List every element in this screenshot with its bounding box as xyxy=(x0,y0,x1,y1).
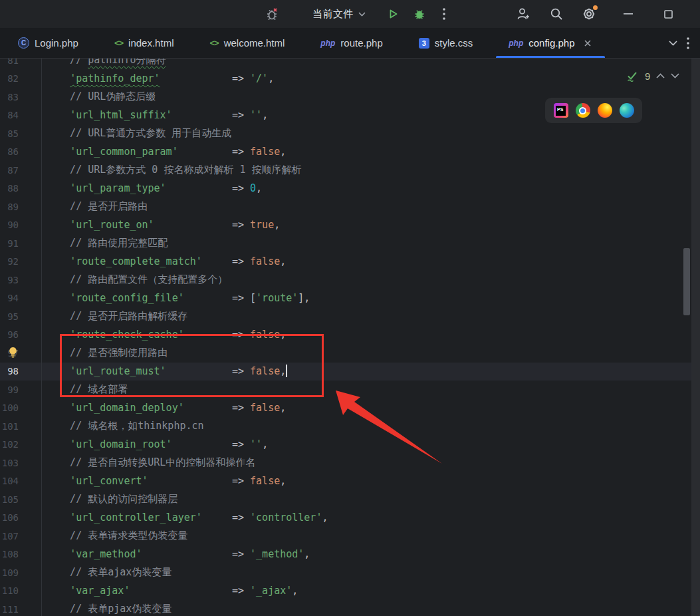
line-number[interactable]: 108 xyxy=(0,549,41,559)
line-number[interactable]: 88 xyxy=(0,183,41,194)
code-line-88[interactable]: 88 'url_param_type' => 0, xyxy=(0,180,691,198)
code-line-87[interactable]: 87 // URL参数方式 0 按名称成对解析 1 按顺序解析 xyxy=(0,161,691,180)
code-text: // 是否开启路由 xyxy=(41,198,148,216)
debug-button[interactable] xyxy=(409,0,430,28)
line-number[interactable]: 96 xyxy=(0,329,41,340)
line-number[interactable]: 83 xyxy=(0,92,41,102)
tab-label: index.html xyxy=(128,37,174,49)
next-problem-chevron-down-icon[interactable] xyxy=(671,73,679,78)
line-number[interactable]: 97 xyxy=(0,348,41,359)
line-number[interactable]: 102 xyxy=(0,439,41,450)
line-number[interactable]: 95 xyxy=(0,311,41,322)
maximize-button[interactable] xyxy=(657,0,679,28)
code-line-89[interactable]: 89 // 是否开启路由 xyxy=(0,198,691,216)
tab-route-php[interactable]: phproute.php xyxy=(302,28,400,58)
code-line-92[interactable]: 92 'route_complete_match' => false, xyxy=(0,253,691,271)
inspections-count[interactable]: 9 xyxy=(645,71,650,82)
line-number[interactable]: 94 xyxy=(0,293,41,303)
line-number[interactable]: 106 xyxy=(0,512,41,523)
more-actions-icon[interactable] xyxy=(435,0,453,28)
line-number[interactable]: 89 xyxy=(0,202,41,212)
settings-button[interactable] xyxy=(577,0,601,28)
line-number[interactable]: 86 xyxy=(0,146,41,157)
line-number[interactable]: 109 xyxy=(0,567,41,578)
tabs-dropdown-button[interactable] xyxy=(669,41,677,46)
line-number[interactable]: 99 xyxy=(0,385,41,395)
line-number[interactable]: 103 xyxy=(0,458,41,468)
code-text: 'url_controller_layer' => 'controller', xyxy=(41,509,328,528)
line-number[interactable]: 107 xyxy=(0,531,41,541)
code-text: // 表单ajax伪装变量 xyxy=(41,563,172,582)
tab-label: welcome.html xyxy=(224,37,285,49)
code-line-107[interactable]: 107 // 表单请求类型伪装变量 xyxy=(0,527,691,545)
title-bar: 当前文件 xyxy=(0,0,700,28)
inspections-widget: 9 xyxy=(626,67,679,84)
search-button[interactable] xyxy=(545,0,568,28)
line-number[interactable]: 90 xyxy=(0,220,41,230)
code-text: // 域名根，如thinkphp.cn xyxy=(41,417,204,436)
code-line-81[interactable]: 81 // pathinfo分隔符 xyxy=(0,59,691,70)
chevron-down-icon xyxy=(358,12,366,17)
code-line-91[interactable]: 91 // 路由使用完整匹配 xyxy=(0,234,691,253)
tab-login-php[interactable]: CLogin.php xyxy=(0,28,96,58)
run-button[interactable] xyxy=(383,0,403,28)
phpstorm-icon[interactable]: PS xyxy=(554,103,568,118)
code-line-100[interactable]: 100 'url_domain_deploy' => false, xyxy=(0,399,691,418)
line-number[interactable]: 105 xyxy=(0,494,41,505)
phpstorm-window: 当前文件 xyxy=(0,0,700,616)
code-text: // 表单pjax伪装变量 xyxy=(41,600,172,616)
code-line-101[interactable]: 101 // 域名根，如thinkphp.cn xyxy=(0,417,691,436)
prev-problem-chevron-up-icon[interactable] xyxy=(656,73,665,78)
code-line-94[interactable]: 94 'route_config_file' => ['route'], xyxy=(0,289,691,308)
code-line-110[interactable]: 110 'var_ajax' => '_ajax', xyxy=(0,582,691,601)
code-text: // 是否自动转换URL中的控制器和操作名 xyxy=(41,454,255,472)
code-line-85[interactable]: 85 // URL普通方式参数 用于自动生成 xyxy=(0,124,691,143)
inspections-ok-icon[interactable] xyxy=(626,69,639,82)
line-number[interactable]: 85 xyxy=(0,128,41,139)
code-line-103[interactable]: 103 // 是否自动转换URL中的控制器和操作名 xyxy=(0,454,691,472)
add-user-button[interactable] xyxy=(512,0,534,28)
code-line-93[interactable]: 93 // 路由配置文件（支持配置多个） xyxy=(0,271,691,289)
line-number[interactable]: 104 xyxy=(0,476,41,486)
code-line-111[interactable]: 111 // 表单pjax伪装变量 xyxy=(0,600,691,616)
code-line-86[interactable]: 86 'url_common_param' => false, xyxy=(0,143,691,162)
line-number[interactable]: 98 xyxy=(0,366,41,377)
minimize-button[interactable] xyxy=(617,0,640,28)
line-number[interactable]: 84 xyxy=(0,110,41,120)
intention-bulb-icon[interactable] xyxy=(7,347,19,359)
line-number[interactable]: 111 xyxy=(0,604,41,615)
line-number[interactable]: 100 xyxy=(0,402,41,413)
tabs-more-button[interactable] xyxy=(687,37,689,49)
code-line-106[interactable]: 106 'url_controller_layer' => 'controlle… xyxy=(0,509,691,528)
tab-label: Login.php xyxy=(35,37,78,49)
code-line-90[interactable]: 90 'url_route_on' => true, xyxy=(0,216,691,235)
line-number[interactable]: 87 xyxy=(0,165,41,176)
edge-icon[interactable] xyxy=(620,103,634,118)
chrome-icon[interactable] xyxy=(576,103,590,118)
tab-welcome-html[interactable]: <>welcome.html xyxy=(191,28,302,58)
open-in-browser-toolbar: PS xyxy=(545,98,642,123)
close-tab-icon[interactable] xyxy=(583,39,592,48)
tab-index-html[interactable]: <>index.html xyxy=(96,28,192,58)
mute-breakpoints-icon[interactable] xyxy=(261,0,285,28)
code-line-82[interactable]: 82 'pathinfo_depr' => '/', xyxy=(0,70,691,88)
code-text: 'url_html_suffix' => '', xyxy=(41,106,268,125)
line-number[interactable]: 93 xyxy=(0,275,41,285)
line-number[interactable]: 81 xyxy=(0,59,41,66)
line-number[interactable]: 91 xyxy=(0,238,41,249)
line-number[interactable]: 92 xyxy=(0,256,41,267)
firefox-icon[interactable] xyxy=(598,103,612,118)
code-line-109[interactable]: 109 // 表单ajax伪装变量 xyxy=(0,563,691,582)
line-number[interactable]: 101 xyxy=(0,421,41,432)
code-line-105[interactable]: 105 // 默认的访问控制器层 xyxy=(0,490,691,509)
tab-config-php[interactable]: phpconfig.php xyxy=(491,28,610,58)
tab-style-css[interactable]: 3style.css xyxy=(401,28,491,58)
code-line-108[interactable]: 108 'var_method' => '_method', xyxy=(0,545,691,564)
code-line-102[interactable]: 102 'url_domain_root' => '', xyxy=(0,436,691,454)
scrollbar-thumb[interactable] xyxy=(683,248,690,315)
run-configuration-selector[interactable]: 当前文件 xyxy=(302,0,376,28)
code-line-95[interactable]: 95 // 是否开启路由解析缓存 xyxy=(0,307,691,326)
line-number[interactable]: 82 xyxy=(0,73,41,84)
line-number[interactable]: 110 xyxy=(0,585,41,596)
code-line-104[interactable]: 104 'url_convert' => false, xyxy=(0,472,691,491)
